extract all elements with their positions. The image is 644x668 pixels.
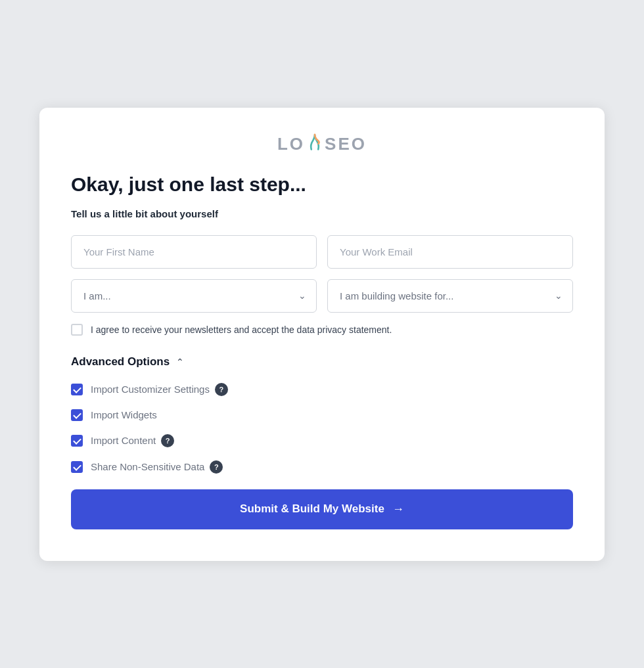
main-card: LO SEO Okay, just one last step... Tell … <box>39 108 605 561</box>
role-select-wrapper: I am... Developer Designer Marketer Busi… <box>71 279 317 313</box>
share-data-label[interactable]: Share Non-Sensitive Data ? <box>91 460 223 474</box>
advanced-options-chevron-icon: ⌃ <box>176 357 184 367</box>
import-widgets-label[interactable]: Import Widgets <box>91 409 157 420</box>
submit-button[interactable]: Submit & Build My Website → <box>71 489 573 529</box>
advanced-options-title: Advanced Options <box>71 355 170 368</box>
work-email-input[interactable] <box>327 235 573 269</box>
option-row-share-data: Share Non-Sensitive Data ? <box>71 460 573 474</box>
building-field: I am building website for... Personal Cl… <box>327 279 573 313</box>
agree-label[interactable]: I agree to receive your newsletters and … <box>91 323 392 337</box>
share-data-checkbox[interactable] <box>71 461 83 473</box>
logo-seo: SEO <box>325 134 367 154</box>
building-select[interactable]: I am building website for... Personal Cl… <box>327 279 573 313</box>
option-row-import-content: Import Content ? <box>71 434 573 447</box>
building-select-wrapper: I am building website for... Personal Cl… <box>327 279 573 313</box>
role-building-row: I am... Developer Designer Marketer Busi… <box>71 279 573 313</box>
advanced-options-toggle[interactable]: Advanced Options ⌃ <box>71 355 573 368</box>
role-field: I am... Developer Designer Marketer Busi… <box>71 279 317 313</box>
import-customizer-help-icon[interactable]: ? <box>215 383 228 396</box>
agree-checkbox[interactable] <box>71 324 83 336</box>
agree-row: I agree to receive your newsletters and … <box>71 323 573 337</box>
name-email-row <box>71 235 573 269</box>
logo: LO SEO <box>277 134 367 154</box>
subtitle: Tell us a little bit about yourself <box>71 208 573 219</box>
import-content-help-icon[interactable]: ? <box>161 434 174 447</box>
submit-label: Submit & Build My Website <box>240 502 384 516</box>
first-name-field <box>71 235 317 269</box>
import-content-checkbox[interactable] <box>71 435 83 447</box>
first-name-input[interactable] <box>71 235 317 269</box>
import-content-label[interactable]: Import Content ? <box>91 434 174 447</box>
submit-arrow-icon: → <box>392 502 404 516</box>
import-customizer-checkbox[interactable] <box>71 384 83 395</box>
page-title: Okay, just one last step... <box>71 173 573 196</box>
role-select[interactable]: I am... Developer Designer Marketer Busi… <box>71 279 317 313</box>
import-widgets-checkbox[interactable] <box>71 409 83 421</box>
option-row-import-customizer: Import Customizer Settings ? <box>71 383 573 396</box>
logo-icon <box>306 133 324 152</box>
logo-container: LO SEO <box>71 134 573 154</box>
import-customizer-label[interactable]: Import Customizer Settings ? <box>91 383 228 396</box>
work-email-field <box>327 235 573 269</box>
share-data-help-icon[interactable]: ? <box>210 460 223 474</box>
logo-lo: LO <box>277 134 305 154</box>
option-row-import-widgets: Import Widgets <box>71 409 573 421</box>
